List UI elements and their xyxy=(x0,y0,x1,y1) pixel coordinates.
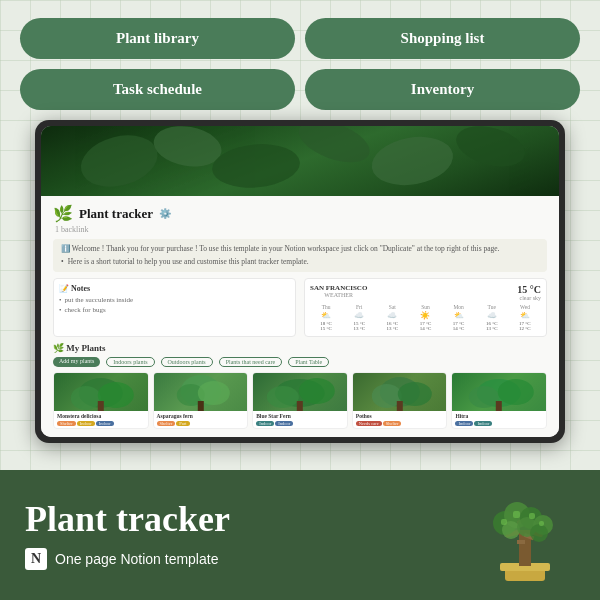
plant-name-4: Pothos xyxy=(356,413,444,419)
plant-card-4: Pothos Needs care Shelter xyxy=(352,372,448,429)
filter-outdoors[interactable]: Outdoors plants xyxy=(161,357,213,367)
svg-point-2 xyxy=(210,141,301,192)
plants-filter-row: Add my plants Indoors plants Outdoors pl… xyxy=(53,357,547,367)
weather-day-sun: Sun ☀️ 17 °C 14 °C xyxy=(409,304,441,331)
plant-tag-5-0: Indoor xyxy=(455,421,473,426)
svg-rect-44 xyxy=(539,521,544,526)
weather-days: Thu ⛅ 18 °C 15 °C Fri ☁️ 15 °C 13 °C xyxy=(310,304,541,331)
plant-card-5: Hitra Indoor Indoor xyxy=(451,372,547,429)
weather-desc: clear sky xyxy=(517,295,541,301)
svg-point-23 xyxy=(469,386,499,408)
plant-image-1 xyxy=(54,373,148,411)
svg-point-15 xyxy=(267,386,299,408)
tablet-device: 🌿 Plant tracker ⚙️ 1 backlink ℹ️ Welcome… xyxy=(35,120,565,443)
svg-point-40 xyxy=(530,524,548,542)
plant-tags-2: Shelter Part xyxy=(157,421,245,426)
plant-library-button[interactable]: Plant library xyxy=(20,18,295,59)
plant-tag-1-2: Indoor xyxy=(96,421,114,426)
bonsai-illustration xyxy=(475,485,575,585)
weather-day-mon: Mon ⛅ 17 °C 14 °C xyxy=(443,304,475,331)
plant-tags-5: Indoor Indoor xyxy=(455,421,543,426)
filter-indoors[interactable]: Indoors plants xyxy=(106,357,154,367)
plant-image-2 xyxy=(154,373,248,411)
notion-header-image xyxy=(41,126,559,196)
page-subtitle: 1 backlink xyxy=(55,225,547,234)
svg-point-5 xyxy=(452,126,530,173)
svg-point-20 xyxy=(398,382,432,406)
filter-table[interactable]: Plant Table xyxy=(288,357,329,367)
shopping-list-button[interactable]: Shopping list xyxy=(305,18,580,59)
notion-icon: N xyxy=(25,548,47,570)
notes-box: 📝 Notes • put the succulents inside • ch… xyxy=(53,278,296,337)
filter-add[interactable]: Add my plants xyxy=(53,357,100,367)
plant-tag-1-0: Shelter xyxy=(57,421,76,426)
plant-name-5: Hitra xyxy=(455,413,543,419)
weather-day-fri: Fri ☁️ 15 °C 13 °C xyxy=(343,304,375,331)
plants-section-title: 🌿 My Plants xyxy=(53,343,547,353)
svg-rect-43 xyxy=(529,513,535,519)
weather-day-thu: Thu ⛅ 18 °C 15 °C xyxy=(310,304,342,331)
plant-tag-4-1: Shelter xyxy=(383,421,402,426)
plant-image-3 xyxy=(253,373,347,411)
weather-temp: 15 °C xyxy=(517,284,541,295)
plant-info-5: Hitra Indoor Indoor xyxy=(452,411,546,428)
svg-rect-25 xyxy=(496,401,502,411)
svg-rect-17 xyxy=(297,401,303,411)
plant-tags-1: Shelter Indoor Indoor xyxy=(57,421,145,426)
inventory-button[interactable]: Inventory xyxy=(305,69,580,110)
page-title-row: 🌿 Plant tracker ⚙️ xyxy=(53,204,547,223)
plant-name-1: Monstera deliciosa xyxy=(57,413,145,419)
svg-point-7 xyxy=(71,386,101,410)
feature-buttons: Plant library Shopping list Task schedul… xyxy=(0,0,600,120)
tablet-screen: 🌿 Plant tracker ⚙️ 1 backlink ℹ️ Welcome… xyxy=(41,126,559,437)
plant-card-3: Blue Star Fern Indoor Indoor xyxy=(252,372,348,429)
svg-point-3 xyxy=(293,126,375,171)
notes-title: 📝 Notes xyxy=(59,284,290,293)
plant-tags-4: Needs care Shelter xyxy=(356,421,444,426)
plant-name-2: Asparagus fern xyxy=(157,413,245,419)
svg-rect-9 xyxy=(98,401,104,411)
tablet-container: 🌿 Plant tracker ⚙️ 1 backlink ℹ️ Welcome… xyxy=(0,120,600,470)
svg-rect-29 xyxy=(517,540,525,544)
plant-info-2: Asparagus fern Shelter Part xyxy=(154,411,248,428)
plant-tag-4-0: Needs care xyxy=(356,421,382,426)
notes-item-1: • put the succulents inside xyxy=(59,296,290,304)
notes-item-2: • check for bugs xyxy=(59,306,290,314)
plant-info-4: Pothos Needs care Shelter xyxy=(353,411,447,428)
svg-rect-41 xyxy=(501,519,507,525)
weather-widget: SAN FRANCISCO WEATHER 15 °C clear sky xyxy=(304,278,547,337)
bottom-banner: Plant tracker N One page Notion template xyxy=(0,470,600,600)
weather-day-sat: Sat ☁️ 16 °C 13 °C xyxy=(376,304,408,331)
svg-rect-42 xyxy=(513,511,520,518)
welcome-box: ℹ️ Welcome ! Thank you for your purchase… xyxy=(53,239,547,272)
weather-day-wed: Wed ⛅ 17 °C 12 °C xyxy=(509,304,541,331)
plant-tags-3: Indoor Indoor xyxy=(256,421,344,426)
plants-grid: Monstera deliciosa Shelter Indoor Indoor xyxy=(53,372,547,429)
notion-label: One page Notion template xyxy=(55,551,218,567)
plant-tag-3-1: Indoor xyxy=(275,421,293,426)
plant-tag-3-0: Indoor xyxy=(256,421,274,426)
plant-tag-5-1: Indoor xyxy=(474,421,492,426)
weather-day-tue: Tue ☁️ 16 °C 13 °C xyxy=(476,304,508,331)
svg-point-0 xyxy=(75,127,163,194)
weather-location: SAN FRANCISCO xyxy=(310,284,367,292)
svg-point-4 xyxy=(368,131,457,191)
bottom-title: Plant tracker xyxy=(25,500,475,540)
plants-section: 🌿 My Plants Add my plants Indoors plants… xyxy=(53,343,547,429)
plant-tag-1-1: Indoor xyxy=(77,421,95,426)
plant-info-1: Monstera deliciosa Shelter Indoor Indoor xyxy=(54,411,148,428)
svg-point-16 xyxy=(299,378,335,404)
plant-card-1: Monstera deliciosa Shelter Indoor Indoor xyxy=(53,372,149,429)
plant-tag-2-1: Part xyxy=(176,421,189,426)
filter-need-care[interactable]: Plants that need care xyxy=(219,357,282,367)
plant-image-5 xyxy=(452,373,546,411)
page-icon: 🌿 xyxy=(53,204,73,223)
weather-label: WEATHER xyxy=(310,292,367,298)
welcome-bullet: • Here is a short tutorial to help you u… xyxy=(61,256,539,267)
welcome-text: ℹ️ Welcome ! Thank you for your purchase… xyxy=(61,244,500,253)
bottom-left: Plant tracker N One page Notion template xyxy=(25,500,475,570)
task-schedule-button[interactable]: Task schedule xyxy=(20,69,295,110)
notion-badge: N One page Notion template xyxy=(25,548,475,570)
plant-info-3: Blue Star Fern Indoor Indoor xyxy=(253,411,347,428)
two-column-section: 📝 Notes • put the succulents inside • ch… xyxy=(53,278,547,337)
